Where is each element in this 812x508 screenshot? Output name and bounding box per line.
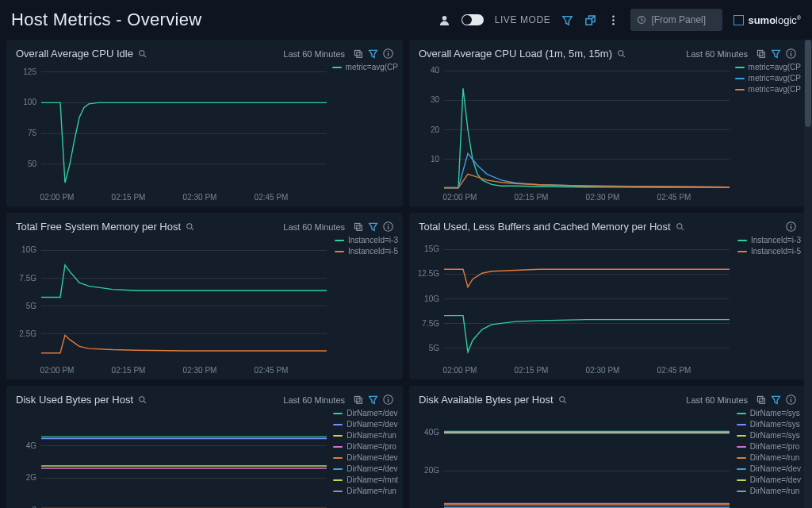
scrollbar-thumb[interactable] <box>805 40 811 127</box>
info-icon[interactable] <box>383 221 393 232</box>
share-icon[interactable] <box>584 14 596 26</box>
page-title: Host Metrics - Overview <box>11 10 201 30</box>
duplicate-icon[interactable] <box>353 221 363 232</box>
legend-item[interactable]: DirName=/run <box>737 452 801 464</box>
svg-text:02:00 PM: 02:00 PM <box>443 366 477 375</box>
magnify-icon[interactable] <box>138 49 147 58</box>
svg-text:20G: 20G <box>424 466 439 475</box>
time-range-input[interactable]: [From Panel] <box>630 9 722 31</box>
svg-rect-26 <box>760 52 765 58</box>
panel-header: Disk Used Bytes per Host Last 60 Minutes <box>6 386 403 409</box>
legend-item[interactable]: DirName=/dev <box>333 408 398 419</box>
legend-item[interactable]: metric=avg(CP <box>735 73 801 84</box>
panel-filter-icon[interactable] <box>368 394 378 405</box>
legend-item[interactable]: InstanceId=i-5 <box>335 246 398 257</box>
chart-area[interactable]: 2.5G5G7.5G10G02:00 PM02:15 PM02:30 PM02:… <box>6 236 403 379</box>
duplicate-icon[interactable] <box>756 48 766 59</box>
legend-item[interactable]: DirName=/dev <box>737 475 801 486</box>
svg-text:02:30 PM: 02:30 PM <box>586 366 620 375</box>
duplicate-icon[interactable] <box>353 48 363 59</box>
svg-point-6 <box>140 51 144 56</box>
legend-item[interactable]: DirName=/run <box>333 430 398 441</box>
svg-point-63 <box>791 224 792 225</box>
svg-text:40: 40 <box>431 66 440 75</box>
svg-point-78 <box>140 397 144 402</box>
info-icon[interactable] <box>786 394 796 405</box>
svg-rect-7 <box>354 50 360 56</box>
svg-rect-96 <box>760 398 765 404</box>
svg-rect-25 <box>757 50 763 56</box>
duplicate-icon[interactable] <box>353 394 363 405</box>
info-icon[interactable] <box>786 221 796 232</box>
legend-item[interactable]: InstanceId=i-3 <box>737 235 801 246</box>
svg-text:5G: 5G <box>429 344 440 352</box>
svg-text:40G: 40G <box>424 428 439 437</box>
panel-title: Total Used, Less Buffers and Cached Memo… <box>419 221 671 233</box>
info-icon[interactable] <box>383 394 393 405</box>
legend: metric=avg(CP <box>332 62 398 73</box>
svg-rect-1 <box>586 18 592 25</box>
svg-text:02:15 PM: 02:15 PM <box>515 193 549 202</box>
legend-item[interactable]: InstanceId=i-3 <box>335 235 398 246</box>
panel-filter-icon[interactable] <box>771 48 781 59</box>
info-icon[interactable] <box>383 48 393 59</box>
svg-rect-44 <box>357 225 362 231</box>
panel-filter-icon[interactable] <box>771 394 781 405</box>
magnify-icon[interactable] <box>558 395 567 404</box>
svg-text:30: 30 <box>431 95 440 104</box>
info-icon[interactable] <box>786 48 796 59</box>
scrollbar[interactable] <box>804 40 812 508</box>
panel-filter-icon[interactable] <box>368 48 378 59</box>
brand-mark-icon <box>733 15 744 25</box>
magnify-icon[interactable] <box>138 395 147 404</box>
panel-header: Total Used, Less Buffers and Cached Memo… <box>409 213 806 236</box>
svg-rect-82 <box>388 399 389 402</box>
legend-item[interactable]: metric=avg(CP <box>735 84 801 95</box>
chart-svg: 507510012502:00 PM02:15 PM02:30 PM02:45 … <box>11 64 398 205</box>
panel-header: Total Free System Memory per Host Last 6… <box>6 213 403 236</box>
filter-icon[interactable] <box>561 14 573 26</box>
magnify-icon[interactable] <box>676 222 684 231</box>
legend-item[interactable]: DirName=/run <box>333 486 398 497</box>
live-toggle[interactable] <box>462 14 484 25</box>
magnify-icon[interactable] <box>186 222 194 231</box>
chart-area[interactable]: 507510012502:00 PM02:15 PM02:30 PM02:45 … <box>6 63 403 206</box>
user-icon[interactable] <box>439 14 450 26</box>
legend-item[interactable]: DirName=/dev <box>737 464 801 475</box>
panel-range: Last 60 Minutes <box>686 49 748 59</box>
svg-point-99 <box>791 397 792 398</box>
panel-filter-icon[interactable] <box>368 221 378 232</box>
legend-item[interactable]: DirName=/sys <box>737 419 801 430</box>
svg-point-60 <box>676 224 681 229</box>
legend-item[interactable]: metric=avg(CP <box>332 62 398 73</box>
svg-text:02:45 PM: 02:45 PM <box>255 366 289 375</box>
svg-text:100: 100 <box>23 98 36 106</box>
legend-item[interactable]: DirName=/pro <box>333 441 398 452</box>
svg-text:75: 75 <box>28 129 37 137</box>
legend-item[interactable]: DirName=/dev <box>333 464 398 475</box>
brand-logo: sumologic® <box>733 14 801 26</box>
svg-text:50: 50 <box>28 160 37 168</box>
magnify-icon[interactable] <box>617 49 626 58</box>
legend-item[interactable]: DirName=/sys <box>737 430 801 441</box>
legend-item[interactable]: metric=avg(CP <box>735 62 801 73</box>
svg-text:02:45 PM: 02:45 PM <box>657 366 691 375</box>
legend-item[interactable]: DirName=/dev <box>333 452 398 464</box>
legend-item[interactable]: DirName=/mnt <box>333 475 398 486</box>
svg-text:02:00 PM: 02:00 PM <box>40 193 75 202</box>
svg-point-42 <box>187 224 192 229</box>
legend-item[interactable]: InstanceId=i-5 <box>737 246 801 257</box>
svg-rect-98 <box>791 399 791 402</box>
legend-item[interactable]: DirName=/sys <box>737 408 801 419</box>
svg-point-3 <box>613 19 615 21</box>
svg-rect-8 <box>357 52 362 58</box>
panel-title: Total Free System Memory per Host <box>16 221 181 233</box>
legend-item[interactable]: DirName=/dev <box>333 419 398 430</box>
chart-area[interactable]: 5G7.5G10G12.5G15G02:00 PM02:15 PM02:30 P… <box>409 236 806 379</box>
duplicate-icon[interactable] <box>756 394 766 405</box>
more-icon[interactable] <box>607 14 619 26</box>
legend-item[interactable]: DirName=/run <box>737 486 801 497</box>
legend-item[interactable]: DirName=/pro <box>737 441 801 452</box>
svg-text:02:45 PM: 02:45 PM <box>255 193 289 202</box>
panel-disk_avail: Disk Available Bytes per Host Last 60 Mi… <box>409 386 806 508</box>
